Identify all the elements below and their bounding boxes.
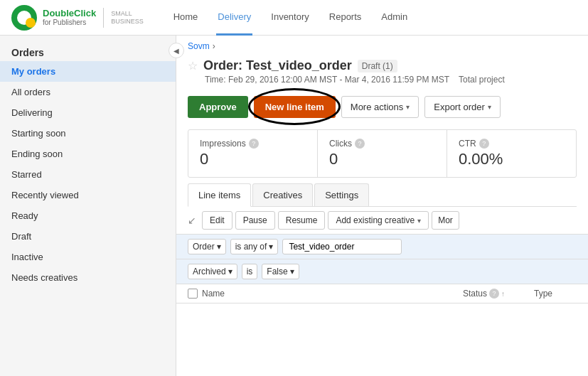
filter-operator-is[interactable]: is — [242, 264, 258, 279]
logo-icon — [11, 5, 37, 31]
export-order-button[interactable]: Export order ▾ — [424, 96, 501, 118]
order-title-row: ☆ Order: Test_video_order Draft (1) — [188, 58, 577, 73]
nav-reports[interactable]: Reports — [328, 0, 363, 36]
tab-settings[interactable]: Settings — [314, 183, 369, 206]
new-line-item-button[interactable]: New line item — [254, 96, 336, 118]
clicks-value: 0 — [329, 150, 435, 168]
new-line-item-wrapper: New line item — [254, 96, 336, 118]
filter-row-1: Order ▾ is any of ▾ — [176, 235, 588, 259]
tabs: Line items Creatives Settings — [188, 183, 577, 207]
stat-impressions: Impressions ? 0 — [188, 130, 318, 177]
star-icon[interactable]: ☆ — [188, 59, 198, 72]
logo-text: DoubleClick for Publishers — [43, 8, 96, 28]
status-info-icon[interactable]: ? — [489, 289, 499, 299]
sidebar: ◀ Orders My orders All orders Delivering… — [0, 36, 176, 376]
sidebar-collapse-button[interactable]: ◀ — [169, 43, 184, 58]
more-table-button[interactable]: Mor — [432, 211, 459, 230]
ctr-info-icon[interactable]: ? — [479, 139, 489, 149]
sidebar-item-ending-soon[interactable]: Ending soon — [0, 144, 176, 164]
logo-small-text: SMALLBUSINESS — [111, 10, 144, 26]
clicks-label: Clicks ? — [329, 139, 435, 149]
table-check-col — [188, 289, 202, 299]
total-project-label: Total project — [459, 75, 505, 85]
more-actions-arrow-icon: ▾ — [406, 103, 410, 111]
sidebar-title: Orders — [0, 41, 176, 61]
main-nav: Home Delivery Inventory Reports Admin — [172, 0, 577, 36]
sidebar-item-delivering[interactable]: Delivering — [0, 102, 176, 123]
stat-ctr: CTR ? 0.00% — [447, 130, 576, 177]
logo-yellow-circle — [26, 18, 36, 28]
nav-delivery[interactable]: Delivery — [216, 0, 252, 36]
add-existing-creative-button[interactable]: Add existing creative ▾ — [328, 211, 429, 230]
breadcrumb: Sovm › — [176, 36, 588, 57]
breadcrumb-parent[interactable]: Sovm — [188, 41, 210, 51]
impressions-label: Impressions ? — [200, 139, 306, 149]
sidebar-item-draft[interactable]: Draft — [0, 226, 176, 247]
approve-button[interactable]: Approve — [188, 96, 248, 118]
sidebar-item-inactive[interactable]: Inactive — [0, 247, 176, 267]
filter-row-2: Archived ▾ is False ▾ — [176, 259, 588, 284]
ctr-value: 0.00% — [459, 150, 565, 168]
top-nav: DoubleClick for Publishers SMALLBUSINESS… — [0, 0, 588, 36]
filter-field-order[interactable]: Order ▾ — [188, 239, 226, 254]
nav-home[interactable]: Home — [172, 0, 200, 36]
impressions-info-icon[interactable]: ? — [249, 139, 259, 149]
archived-arrow: ▾ — [228, 267, 232, 276]
filter-value-false[interactable]: False ▾ — [262, 264, 299, 279]
logo-subline: for Publishers — [43, 18, 96, 27]
layout: ◀ Orders My orders All orders Delivering… — [0, 36, 588, 376]
pause-button[interactable]: Pause — [235, 211, 275, 230]
sidebar-item-needs-creatives[interactable]: Needs creatives — [0, 267, 176, 288]
sidebar-item-all-orders[interactable]: All orders — [0, 82, 176, 102]
time-label: Time: — [205, 75, 226, 85]
export-arrow-icon: ▾ — [488, 103, 491, 111]
select-all-checkbox[interactable] — [188, 289, 198, 299]
more-actions-button[interactable]: More actions ▾ — [341, 96, 419, 118]
resume-button[interactable]: Resume — [278, 211, 326, 230]
filter-operator-any-of[interactable]: is any of ▾ — [230, 239, 279, 254]
draft-badge: Draft (1) — [358, 60, 397, 72]
order-header: ☆ Order: Test_video_order Draft (1) Time… — [176, 57, 588, 90]
tab-line-items[interactable]: Line items — [188, 183, 251, 207]
operator-arrow: ▾ — [269, 242, 273, 252]
false-arrow: ▾ — [290, 267, 294, 276]
table-header: Name Status ? ↑ Type — [176, 284, 588, 304]
order-title: Order: Test_video_order — [203, 58, 352, 73]
time-range: Feb 29, 2016 12:00 AM MST - Mar 4, 2016 … — [228, 75, 449, 85]
impressions-value: 0 — [200, 150, 306, 168]
sidebar-item-my-orders[interactable]: My orders — [0, 61, 176, 82]
nav-inventory[interactable]: Inventory — [269, 0, 310, 36]
col-type-header: Type — [534, 289, 577, 299]
sidebar-item-recently-viewed[interactable]: Recently viewed — [0, 185, 176, 205]
order-time: Time: Feb 29, 2016 12:00 AM MST - Mar 4,… — [188, 75, 577, 85]
col-name-header: Name — [202, 289, 463, 299]
action-bar: Approve New line item More actions ▾ Exp… — [176, 90, 588, 124]
stats-row: Impressions ? 0 Clicks ? 0 CTR ? 0.00% — [188, 129, 577, 178]
edit-button[interactable]: Edit — [202, 211, 232, 230]
filter-value-order[interactable] — [282, 239, 402, 254]
clicks-info-icon[interactable]: ? — [355, 139, 365, 149]
stat-clicks: Clicks ? 0 — [318, 130, 447, 177]
filter-icon[interactable]: ↙ — [188, 215, 196, 226]
filter-field-archived[interactable]: Archived ▾ — [188, 264, 237, 279]
logo-divider — [103, 8, 104, 28]
sidebar-item-ready[interactable]: Ready — [0, 205, 176, 226]
add-creative-arrow-icon: ▾ — [417, 217, 421, 225]
sidebar-item-starred[interactable]: Starred — [0, 164, 176, 185]
col-status-header: Status ? ↑ — [463, 289, 534, 299]
order-filter-arrow: ▾ — [217, 242, 221, 252]
logo-area: DoubleClick for Publishers SMALLBUSINESS — [11, 5, 144, 31]
table-actions: ↙ Edit Pause Resume Add existing creativ… — [176, 207, 588, 235]
sidebar-item-starting-soon[interactable]: Starting soon — [0, 123, 176, 144]
status-sort-icon[interactable]: ↑ — [501, 290, 505, 298]
breadcrumb-sep: › — [213, 41, 215, 51]
tab-creatives[interactable]: Creatives — [252, 183, 313, 206]
main-content: Sovm › ☆ Order: Test_video_order Draft (… — [176, 36, 588, 376]
nav-admin[interactable]: Admin — [380, 0, 409, 36]
logo-brand: DoubleClick — [43, 8, 96, 19]
ctr-label: CTR ? — [459, 139, 565, 149]
